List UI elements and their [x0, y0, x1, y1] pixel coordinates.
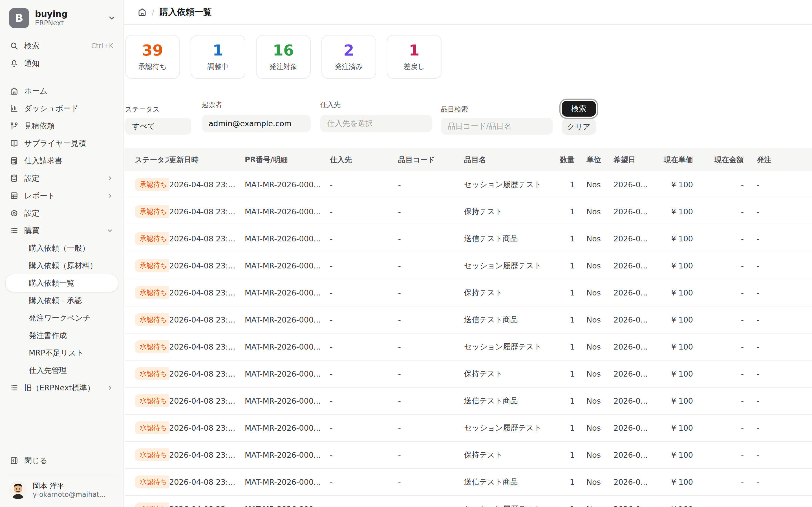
sidebar-collapse-button[interactable]: 閉じる: [6, 452, 118, 469]
table-row[interactable]: 承認待ち 2026-04-08 23:... MAT-MR-2026-000..…: [125, 469, 812, 496]
cell-item-code: -: [398, 478, 464, 487]
cell-unit: Nos: [574, 397, 613, 405]
table-row[interactable]: 承認待ち 2026-04-08 23:... MAT-MR-2026-000..…: [125, 198, 812, 225]
cell-status: 承認待ち: [135, 448, 169, 461]
cell-order: -: [744, 424, 812, 432]
cell-order: -: [744, 288, 812, 297]
user-menu[interactable]: 岡本 洋平 y-okamoto@maihat...: [6, 475, 118, 501]
sidebar-item-notifications[interactable]: 通知: [6, 55, 118, 72]
cell-unit-price: ¥ 100: [655, 342, 693, 351]
cell-order: -: [744, 207, 812, 216]
table-row[interactable]: 承認待ち 2026-04-08 23:... MAT-MR-2026-000..…: [125, 279, 812, 306]
workspace-switcher[interactable]: B buying ERPNext: [0, 0, 123, 34]
sidebar-item-search[interactable]: 検索 Ctrl+K: [6, 37, 118, 55]
cell-pr-number: MAT-MR-2026-000...: [245, 505, 330, 507]
stat-label: 調整中: [207, 62, 229, 71]
cell-qty: 1: [543, 451, 574, 459]
sidebar-item-reports[interactable]: レポート: [6, 187, 118, 205]
table-row[interactable]: 承認待ち 2026-04-08 23:... MAT-MR-2026-000..…: [125, 306, 812, 334]
status-badge: 承認待ち: [135, 367, 169, 380]
cell-amount: -: [693, 262, 744, 270]
sidebar-group-purchase[interactable]: 購買: [6, 222, 118, 239]
cell-amount: -: [693, 505, 744, 507]
cell-item-code: -: [398, 262, 464, 270]
table-row[interactable]: 承認待ち 2026-04-08 23:... MAT-MR-2026-000..…: [125, 252, 812, 279]
table-row[interactable]: 承認待ち 2026-04-08 23:... MAT-MR-2026-000..…: [125, 360, 812, 388]
sidebar-item-label: 設定: [24, 173, 101, 183]
status-badge: 承認待ち: [135, 475, 169, 489]
stat-card-ordered[interactable]: 2 発注済み: [321, 35, 376, 79]
table-row[interactable]: 承認待ち 2026-04-08 23:... MAT-MR-2026-000..…: [125, 414, 812, 442]
sidebar-item-settings[interactable]: 設定: [6, 205, 118, 222]
cell-supplier: -: [330, 207, 398, 216]
sidebar-subitem-supplier-mgmt[interactable]: 仕入先管理: [6, 362, 118, 379]
table-row[interactable]: 承認待ち 2026-04-08 23:... MAT-MR-2026-000..…: [125, 171, 812, 198]
book-open-icon: [10, 139, 18, 148]
table-row[interactable]: 承認待ち 2026-04-08 23:... MAT-MR-2026-000..…: [125, 442, 812, 469]
home-icon[interactable]: [138, 8, 147, 17]
cell-status: 承認待ち: [135, 178, 169, 191]
cell-unit-price: ¥ 100: [655, 234, 693, 243]
purchase-request-table: ステータス 更新日時 PR番号/明細 仕入先 品目コード 品目名 数量 単位 希…: [125, 148, 812, 507]
sidebar-subitem-mrp-shortage[interactable]: MRP不足リスト: [6, 344, 118, 362]
sidebar-item-purchase-invoice[interactable]: 仕入請求書: [6, 152, 118, 170]
sidebar-item-supplier-quote[interactable]: サプライヤー見積: [6, 135, 118, 152]
bell-icon: [10, 59, 18, 68]
sidebar-item-home[interactable]: ホーム: [6, 82, 118, 100]
sidebar-subitem-po-create[interactable]: 発注書作成: [6, 327, 118, 344]
stat-card-returned[interactable]: 1 差戻し: [387, 35, 442, 79]
sidebar-item-rfq[interactable]: 見積依頼: [6, 117, 118, 135]
requester-input[interactable]: admin@example.com: [202, 115, 311, 132]
filter-supplier: 仕入先 仕入先を選択: [320, 100, 432, 132]
search-button[interactable]: 検索: [562, 101, 596, 117]
cell-wish-date: 2026-0...: [613, 505, 655, 507]
cell-wish-date: 2026-0...: [613, 207, 655, 216]
table-row[interactable]: 承認待ち 2026-04-08 23:... MAT-MR-2026-000..…: [125, 496, 812, 507]
workspace-name: buying: [35, 9, 102, 19]
breadcrumb: / 購入依頼一覧: [124, 0, 812, 25]
table-row[interactable]: 承認待ち 2026-04-08 23:... MAT-MR-2026-000..…: [125, 388, 812, 414]
sidebar-subitem-pr-list[interactable]: 購入依頼一覧: [6, 274, 118, 292]
filters-row: ステータス すべて 起票者 admin@example.com 仕入先 仕入先を…: [125, 100, 812, 135]
cell-item-name: セッション履歴テスト: [464, 504, 543, 507]
cell-order: -: [744, 478, 812, 487]
item-search-input[interactable]: 品目コード/品目名: [441, 118, 553, 135]
panel-collapse-icon: [10, 456, 18, 465]
cell-updated: 2026-04-08 23:...: [169, 397, 245, 405]
stat-value: 1: [409, 43, 419, 58]
chevron-right-icon: [107, 385, 113, 391]
stat-label: 発注対象: [269, 62, 297, 71]
cell-updated: 2026-04-08 23:...: [169, 451, 245, 459]
sidebar-subitem-pr-approval[interactable]: 購入依頼 - 承認: [6, 292, 118, 309]
stat-card-adjusting[interactable]: 1 調整中: [191, 35, 245, 79]
sidebar-item-dashboard[interactable]: ダッシュボード: [6, 100, 118, 117]
sidebar-item-master-settings[interactable]: 設定: [6, 170, 118, 187]
cell-pr-number: MAT-MR-2026-000...: [245, 207, 330, 216]
status-select[interactable]: すべて: [125, 118, 191, 135]
stat-card-pending-approval[interactable]: 39 承認待ち: [125, 35, 180, 79]
user-avatar: [9, 481, 27, 499]
sidebar-subitem-order-workbench[interactable]: 発注ワークベンチ: [6, 309, 118, 327]
filter-supplier-label: 仕入先: [320, 100, 432, 109]
stat-card-to-order[interactable]: 16 発注対象: [256, 35, 311, 79]
table-row[interactable]: 承認待ち 2026-04-08 23:... MAT-MR-2026-000..…: [125, 225, 812, 252]
sidebar-item-label: 旧（ERPNext標準）: [24, 383, 101, 393]
cell-supplier: -: [330, 234, 398, 243]
cell-supplier: -: [330, 478, 398, 487]
table-row[interactable]: 承認待ち 2026-04-08 23:... MAT-MR-2026-000..…: [125, 334, 812, 360]
cell-item-name: 保持テスト: [464, 288, 543, 298]
cell-status: 承認待ち: [135, 421, 169, 434]
main-area: / 購入依頼一覧 39 承認待ち 1 調整中 16 発注対象 2: [124, 0, 812, 507]
cell-pr-number: MAT-MR-2026-000...: [245, 370, 330, 378]
sidebar-subitem-pr-general[interactable]: 購入依頼（一般）: [6, 239, 118, 257]
col-header-order: 発注: [744, 155, 812, 165]
filter-status: ステータス すべて: [125, 100, 191, 135]
clear-button[interactable]: クリア: [562, 119, 596, 135]
sidebar-subitem-pr-materials[interactable]: 購入依頼（原材料）: [6, 257, 118, 274]
cell-item-code: -: [398, 424, 464, 432]
sidebar-group-legacy[interactable]: 旧（ERPNext標準）: [6, 379, 118, 397]
cell-supplier: -: [330, 397, 398, 405]
sidebar-item-label: 閉じる: [24, 455, 113, 466]
cell-supplier: -: [330, 370, 398, 378]
supplier-select[interactable]: 仕入先を選択: [320, 115, 432, 132]
